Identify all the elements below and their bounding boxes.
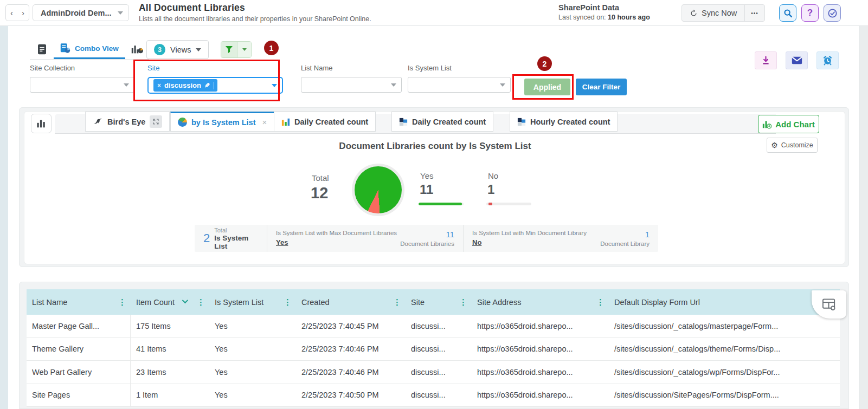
annotation-step-1: 1 <box>264 41 279 55</box>
column-chart-icon <box>281 118 290 126</box>
site-collection-select[interactable] <box>30 77 134 93</box>
column-menu-icon[interactable]: ⋮ <box>197 298 205 306</box>
stat-total-segment: 2 Total Is System List <box>195 225 267 252</box>
column-menu-icon[interactable]: ⋮ <box>596 298 605 306</box>
document-chart-icon <box>60 43 70 54</box>
tenant-selector[interactable]: AdminDroid Dem... <box>33 4 129 21</box>
yes-value: 11 <box>420 182 433 197</box>
filter-toggle-button[interactable] <box>221 42 237 57</box>
filter-site-collection: Site Collection <box>30 64 134 93</box>
list-name-label: List Name <box>301 64 402 72</box>
stat-max-link[interactable]: Yes <box>276 238 288 246</box>
tenant-label: AdminDroid Dem... <box>41 9 112 17</box>
clear-filter-button[interactable]: Clear Filter <box>576 79 627 95</box>
last-synced-text: Last synced on: 10 hours ago <box>558 14 650 21</box>
schedule-report-button[interactable] <box>816 51 839 69</box>
chart-panel: Bird's Eye by Is System List × <box>24 111 845 264</box>
stat-total-label-bottom: Is System List <box>214 234 258 250</box>
help-button[interactable]: ? <box>801 4 819 22</box>
stat-min-title: Is System List with Min Document Library <box>472 230 600 236</box>
column-header-item-count[interactable]: Item Count ⋮ <box>131 289 209 315</box>
last-synced-value: 10 hours ago <box>608 14 650 21</box>
close-tab-icon[interactable]: × <box>262 118 267 127</box>
sync-more-button[interactable]: ••• <box>745 5 764 21</box>
column-menu-icon[interactable]: ⋮ <box>118 298 126 306</box>
chevron-down-icon <box>272 84 277 87</box>
chevron-down-icon <box>242 48 247 51</box>
tab-by-is-system-list[interactable]: by Is System List × <box>170 112 274 132</box>
column-header-default-display-form-url[interactable]: Default Display Form Url ⋮ <box>609 289 840 315</box>
page-header: All Document Libraries Lists all the doc… <box>139 2 371 23</box>
column-header-is-system-list[interactable]: Is System List ⋮ <box>209 289 296 315</box>
column-header-site-address[interactable]: Site Address ⋮ <box>472 289 609 315</box>
table-row[interactable]: Master Page Gall... 175 Items Yes 2/25/2… <box>27 315 840 338</box>
tab-grid-view[interactable] <box>30 39 54 59</box>
refresh-icon <box>690 9 698 17</box>
stat-max-segment: Is System List with Max Document Librari… <box>267 225 463 252</box>
remove-chip-icon[interactable]: × <box>157 82 161 89</box>
tab-birds-eye[interactable]: Bird's Eye <box>85 112 170 132</box>
chevron-down-icon <box>391 83 396 87</box>
left-edge-strip <box>0 26 8 409</box>
tab-hourly-created[interactable]: Hourly Created count <box>510 112 618 132</box>
column-menu-icon[interactable]: ⋮ <box>459 298 467 306</box>
back-button[interactable]: ‹ <box>10 9 13 17</box>
forward-button[interactable]: › <box>22 9 24 17</box>
daily-created-label-2: Daily Created count <box>412 118 486 126</box>
filter-list-name: List Name <box>301 64 402 93</box>
sync-now-button[interactable]: Sync Now <box>682 5 745 21</box>
views-dropdown[interactable]: 3 Views <box>146 40 209 59</box>
column-header-created[interactable]: Created ⋮ <box>296 289 406 315</box>
table-row[interactable]: Web Part Gallery 23 Items Yes 2/25/2023 … <box>27 361 840 384</box>
tab-combo-view[interactable]: Combo View <box>54 39 125 59</box>
table-row[interactable]: Site Pages 1 Item Yes 2/25/2023 7:40:50 … <box>27 384 840 407</box>
question-icon: ? <box>807 8 813 18</box>
pie-chart[interactable] <box>352 164 404 216</box>
stat-max-value: 11 <box>400 230 454 239</box>
table-row[interactable]: Theme Gallery 41 Items Yes 2/25/2023 7:4… <box>27 338 840 361</box>
expand-button[interactable] <box>150 115 162 128</box>
combo-view-label: Combo View <box>75 44 119 53</box>
add-chart-button[interactable]: Add Chart <box>758 115 819 133</box>
mail-icon <box>792 56 802 64</box>
column-header-list-name[interactable]: List Name ⋮ <box>27 289 131 315</box>
column-menu-icon[interactable]: ⋮ <box>393 298 401 306</box>
stat-min-segment: Is System List with Min Document Library… <box>463 225 658 252</box>
by-is-system-list-label: by Is System List <box>191 118 255 127</box>
applied-button[interactable]: Applied <box>524 79 570 95</box>
scheduled-tasks-button[interactable] <box>824 4 841 22</box>
search-button[interactable] <box>779 4 796 22</box>
site-select[interactable]: × discussion ✎ <box>147 77 283 94</box>
chevron-down-icon <box>118 11 123 15</box>
stat-min-unit: Document Library <box>600 241 650 247</box>
stat-min-value: 1 <box>600 230 650 239</box>
is-system-list-select[interactable] <box>408 77 511 93</box>
chart-card: Bird's Eye by Is System List × <box>19 107 849 267</box>
page-title: All Document Libraries <box>139 2 371 14</box>
chart-type-button[interactable] <box>31 114 52 133</box>
edit-pencil-icon[interactable]: ✎ <box>204 82 214 89</box>
stat-min-link[interactable]: No <box>472 238 481 246</box>
sync-button-group: Sync Now ••• <box>681 4 765 22</box>
birds-eye-label: Bird's Eye <box>107 118 145 126</box>
table-header-row: List Name ⋮ Item Count ⋮ Is System List … <box>27 289 840 315</box>
yes-label: Yes <box>420 171 433 180</box>
app-root: ‹ › AdminDroid Dem... All Document Libra… <box>0 0 868 409</box>
column-menu-icon[interactable]: ⋮ <box>284 298 292 306</box>
data-table: List Name ⋮ Item Count ⋮ Is System List … <box>27 289 840 407</box>
document-icon <box>37 44 47 55</box>
download-button[interactable] <box>755 51 777 69</box>
sort-descending-icon[interactable] <box>182 297 188 303</box>
tab-daily-created-bar[interactable]: Daily Created count <box>274 112 376 132</box>
tab-daily-created-heatmap[interactable]: Daily Created count <box>391 112 493 132</box>
list-name-select[interactable] <box>301 77 402 93</box>
filter-options-button[interactable] <box>237 42 251 57</box>
stat-max-title: Is System List with Max Document Librari… <box>276 230 400 236</box>
chart-title: Document Libraries count by Is System Li… <box>24 141 846 152</box>
scrollbar-track[interactable] <box>859 0 868 409</box>
column-header-site[interactable]: Site ⋮ <box>406 289 472 315</box>
tab-chart-view[interactable] <box>125 39 149 59</box>
pie-chart-icon <box>178 118 187 127</box>
site-filter-chip[interactable]: × discussion ✎ <box>153 79 217 92</box>
email-button[interactable] <box>786 51 808 69</box>
